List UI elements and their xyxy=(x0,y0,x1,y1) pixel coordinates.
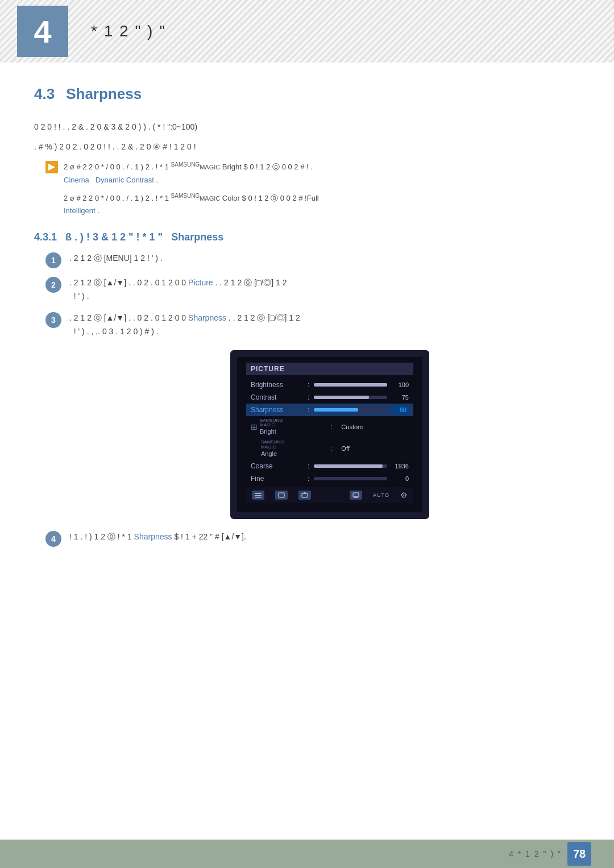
step-1-text: . 2 1 2 ⓪ [MENU] 1 2 ! ' ) . xyxy=(69,252,580,265)
step-2: 2 . 2 1 2 ⓪ [▲/▼] . . 0 2 . 0 1 2 0 0 Pi… xyxy=(45,276,580,304)
note-icon-1 xyxy=(45,161,58,173)
svg-rect-1 xyxy=(255,495,262,496)
toolbar-btn-3[interactable] xyxy=(298,491,311,500)
coarse-value: 1936 xyxy=(392,463,409,470)
svg-rect-5 xyxy=(304,492,306,494)
note-text-2: 2 ø # 2 2 0 * / 0 0 . / . 1 ) 2 . ! * 1 … xyxy=(64,191,319,218)
monitor-toolbar: AUTO ⚙ xyxy=(246,487,413,503)
steps-container: 1 . 2 1 2 ⓪ [MENU] 1 2 ! ' ) . 2 . 2 1 2… xyxy=(45,252,580,546)
chapter-box: 4 xyxy=(17,6,68,57)
subsection-heading: 4.3.1 ß . ) ! 3 & 1 2 " ! * 1 " Sharpnes… xyxy=(34,231,580,243)
body-para1: 0 2 0 ! ! . . 2 & . 2 0 & 3 & 2 0 ) ) . … xyxy=(34,120,580,134)
note-text-1: 2 ø # 2 2 0 * / 0 0 . / . 1 ) 2 . ! * 1 … xyxy=(64,160,313,186)
subsection-title-prefix: ß . ) ! 3 & 1 2 " ! * 1 " xyxy=(65,231,163,243)
section-title: Sharpness xyxy=(66,85,142,103)
note1-brand2: MAGIC xyxy=(200,164,220,171)
menu-row-magic-bright: ⊞ SAMSUNGMAGICBright : Custom xyxy=(246,416,413,438)
toolbar-btn-2[interactable] xyxy=(275,491,288,500)
step-1-number: 1 xyxy=(45,252,61,268)
svg-rect-7 xyxy=(355,496,357,497)
sharpness-value: 60 xyxy=(392,406,409,414)
grid-icon: ⊞ xyxy=(251,422,258,431)
step-1: 1 . 2 1 2 ⓪ [MENU] 1 2 ! ' ) . xyxy=(45,252,580,268)
menu-row-coarse: Coarse : 1936 xyxy=(246,460,413,472)
note1-cinema: Cinema xyxy=(64,176,89,184)
note2-prefix: 2 ø # 2 2 0 * / 0 0 . / . 1 ) 2 . ! * 1 xyxy=(64,194,169,202)
step-4: 4 ! 1 . ! ) 1 2 ⓪ ! * 1 Sharpness $ ! 1 … xyxy=(45,530,580,547)
note-block-1: 2 ø # 2 2 0 * / 0 0 . / . 1 ) 2 . ! * 1 … xyxy=(45,160,580,186)
sharpness-label: Sharpness xyxy=(251,406,308,414)
menu-row-brightness: Brightness : 100 xyxy=(246,379,413,391)
step-3-text: . 2 1 2 ⓪ [▲/▼] . . 0 2 . 0 1 2 0 0 Shar… xyxy=(69,312,580,339)
note1-prefix: 2 ø # 2 2 0 * / 0 0 . / . 1 ) 2 . ! * 1 xyxy=(64,163,169,172)
magic-bright-value: Custom xyxy=(341,423,363,430)
note2-suffix: Color $ 0 ! 1 2 ⓪ 0 0 2 # !Full xyxy=(222,194,319,202)
magic-bright-label: SAMSUNGMAGICBright xyxy=(260,418,283,435)
section-heading: 4.3 Sharpness xyxy=(34,85,580,103)
section-number: 4.3 xyxy=(34,85,55,103)
note-block-2: 2 ø # 2 2 0 * / 0 0 . / . 1 ) 2 . ! * 1 … xyxy=(45,191,580,218)
brightness-label: Brightness xyxy=(251,381,308,389)
menu-row-contrast: Contrast : 75 xyxy=(246,391,413,404)
note1-suffix: Bright $ 0 ! 1 2 ⓪ 0 0 2 # ! . xyxy=(222,163,313,172)
toolbar-btn-display[interactable] xyxy=(350,491,362,500)
toolbar-gear-icon: ⚙ xyxy=(400,491,408,500)
toolbar-auto-label: AUTO xyxy=(373,492,389,498)
note1-brand: SAMSUNG xyxy=(171,161,200,168)
subsection-number: 4.3.1 xyxy=(34,231,57,243)
body-para2: . # % ) 2 0 2 . 0 2 0 ! ! . . 2 & . 2 0 … xyxy=(34,140,580,154)
monitor-container: PICTURE Brightness : 100 Contrast : xyxy=(80,350,580,519)
svg-rect-3 xyxy=(279,493,284,497)
note2-intelligent: Intelligent xyxy=(64,206,96,215)
menu-row-sharpness: Sharpness : 60 xyxy=(246,404,413,416)
chapter-number: 4 xyxy=(34,13,51,50)
svg-rect-0 xyxy=(255,493,262,494)
footer-page-number: 78 xyxy=(567,842,591,866)
page-footer: 4 * 1 2 " ) " 78 xyxy=(0,840,614,868)
note2-brand2: MAGIC xyxy=(200,195,220,202)
svg-rect-8 xyxy=(354,497,358,498)
svg-rect-4 xyxy=(302,493,308,497)
monitor-frame: PICTURE Brightness : 100 Contrast : xyxy=(230,350,429,519)
fine-value: 0 xyxy=(392,475,409,482)
svg-rect-2 xyxy=(255,497,262,498)
menu-row-fine: Fine : 0 xyxy=(246,472,413,485)
step-4-number: 4 xyxy=(45,531,61,547)
page-header: 4 * 1 2 " ) " xyxy=(0,0,614,63)
contrast-value: 75 xyxy=(392,394,409,401)
step-2-number: 2 xyxy=(45,277,61,293)
magic-angle-label: SAMSUNGMAGICAngle xyxy=(261,440,284,457)
header-title: * 1 2 " ) " xyxy=(91,22,166,40)
svg-rect-6 xyxy=(353,493,359,497)
contrast-label: Contrast xyxy=(251,393,308,401)
footer-text: 4 * 1 2 " ) " xyxy=(509,849,562,858)
monitor-screen: PICTURE Brightness : 100 Contrast : xyxy=(237,357,422,512)
subsection-title-highlight: Sharpness xyxy=(171,231,223,243)
step-3-number: 3 xyxy=(45,312,61,328)
magic-angle-value: Off xyxy=(341,445,349,452)
coarse-label: Coarse xyxy=(251,462,308,470)
step-3: 3 . 2 1 2 ⓪ [▲/▼] . . 0 2 . 0 1 2 0 0 Sh… xyxy=(45,312,580,339)
subsection-title: ß . ) ! 3 & 1 2 " ! * 1 " Sharpness xyxy=(65,231,223,243)
toolbar-btn-1[interactable] xyxy=(252,491,264,500)
brightness-value: 100 xyxy=(392,381,409,388)
menu-row-magic-angle: SAMSUNGMAGICAngle : Off xyxy=(246,438,413,459)
picture-header: PICTURE xyxy=(246,363,413,375)
fine-label: Fine xyxy=(251,475,308,483)
step-4-text: ! 1 . ! ) 1 2 ⓪ ! * 1 Sharpness $ ! 1 + … xyxy=(69,530,580,544)
note2-brand: SAMSUNG xyxy=(171,193,200,199)
main-content: 4.3 Sharpness 0 2 0 ! ! . . 2 & . 2 0 & … xyxy=(0,63,614,578)
note1-dynamic-contrast: Dynamic Contrast xyxy=(96,176,154,184)
step-2-text: . 2 1 2 ⓪ [▲/▼] . . 0 2 . 0 1 2 0 0 Pict… xyxy=(69,276,580,304)
